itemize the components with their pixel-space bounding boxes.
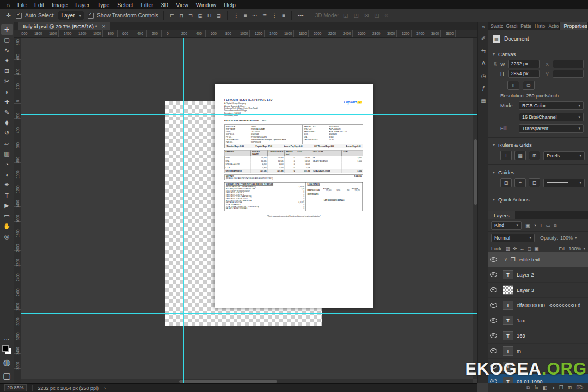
portrait-orientation-button[interactable]: ▯ [507,81,519,90]
move-tool[interactable]: ✛ [1,24,13,35]
tab-gradi[interactable]: Gradi [504,22,519,30]
canvas-height-field[interactable]: 2854 px [508,70,539,78]
layer-row[interactable]: Tcifa0000000...<<<<<<<<0 d [488,298,588,313]
layer-row[interactable]: Tm [488,344,588,359]
layer-row[interactable]: T169 [488,328,588,344]
distribute-icon-5[interactable]: ⋮ [271,13,278,19]
link-layers-icon[interactable]: ⧉ [526,385,530,391]
tab-actio[interactable]: Actio [546,22,560,30]
text-layer-thumbnail[interactable]: T [503,316,513,325]
ruler-option-icon-1[interactable]: ⊤ [500,151,512,160]
canvas-x-field[interactable] [553,60,584,68]
menu-window[interactable]: Window [192,1,220,9]
quick-mask-icon[interactable]: ◍ [3,357,11,367]
type-tool[interactable]: T [1,190,13,200]
guide-option-icon-3[interactable]: ⊟ [529,178,540,187]
history-panel-icon[interactable]: ◷ [481,73,486,79]
more-options-icon[interactable]: ••• [297,13,305,19]
layer-filter-icon-3[interactable]: T [539,223,543,229]
edit-toolbar-icon[interactable]: ⋯ [4,336,10,342]
horizontal-scrollbar[interactable] [21,379,473,383]
layer-visibility-toggle[interactable] [488,283,499,297]
fill-value[interactable]: 100% [568,246,581,252]
quick-actions-section-header[interactable]: ▾ Quick Actions [493,197,584,203]
canvas-viewport[interactable]: FLIPKART SEKV I.L.s PRIVATE LTD A Flipka… [21,37,477,383]
menu-edit[interactable]: Edit [30,1,48,9]
layer-visibility-toggle[interactable] [488,328,499,343]
lock-icon-1[interactable]: ▨ [505,246,511,252]
brush-tool[interactable]: ✎ [1,107,13,118]
dodge-tool[interactable]: ◖ [1,169,13,180]
tab-properties[interactable]: Properties [560,22,588,30]
guide-option-icon-1[interactable]: ⊞ [500,178,512,187]
distribute-icon-6[interactable]: ≡ [281,13,286,19]
layer-filter-icon-2[interactable]: ◑ [533,223,537,229]
layer-row[interactable]: T1ax [488,313,588,328]
canvas-fill-dropdown[interactable]: Transparent ▾ [519,124,584,133]
brushes-panel-icon[interactable]: ✐ [481,35,486,41]
layer-mask-icon[interactable]: ◧ [543,385,548,390]
effects-panel-icon[interactable]: ƒ [482,85,485,91]
payslip-document[interactable]: FLIPKART SEKV I.L.s PRIVATE LTD A Flipka… [215,84,373,308]
layer-visibility-toggle[interactable] [488,252,499,267]
layer-visibility-toggle[interactable] [488,267,499,282]
text-layer-thumbnail[interactable]: T [503,346,513,356]
align-icon-5[interactable]: ⊔ [206,13,213,19]
layer-filter-icon-4[interactable]: ▭ [545,223,551,229]
adjustment-layer-icon[interactable]: ◑ [552,385,554,390]
lock-icon-5[interactable]: ▣ [534,246,540,252]
align-icon-4[interactable]: ⊑ [197,13,203,19]
scrollbar-thumb[interactable] [179,380,277,383]
slice-tool[interactable]: ✂ [1,76,13,87]
auto-select-checkbox[interactable] [16,13,22,19]
auto-select-target-dropdown[interactable]: Layer ▾ [58,11,84,20]
align-icon-3[interactable]: ⊐ [187,13,194,19]
layer-thumbnail[interactable] [503,285,513,295]
chevron-down-icon[interactable]: ∨ [504,257,507,262]
align-icon-6[interactable]: ⊒ [216,13,222,19]
menu-file[interactable]: File [14,1,30,9]
align-icon-1[interactable]: ⊏ [169,13,175,19]
crop-tool[interactable]: ⊞ [1,66,13,76]
landscape-orientation-button[interactable]: ▭ [523,81,535,90]
layer-name[interactable]: edite text [519,256,540,262]
rulers-grids-section-header[interactable]: ▾ Rulers & Grids [493,142,584,148]
ruler-units-dropdown[interactable]: Pixels ▾ [543,151,585,160]
eraser-tool[interactable]: ▱ [1,138,13,149]
text-layer-thumbnail[interactable]: T [503,270,513,279]
layer-row[interactable]: Layer 3 [488,283,588,298]
link-dimensions-icon[interactable]: § [494,62,497,67]
layer-row[interactable]: ∨❐edite text [488,252,588,267]
distribute-icon-2[interactable]: ≡ [243,13,248,19]
expand-panels-chevron-icon[interactable]: « [482,24,485,29]
adjustments-panel-icon[interactable]: ▦ [481,98,486,104]
bit-depth-dropdown[interactable]: 16 Bits/Channel ▾ [519,113,584,121]
transfer-panel-icon[interactable]: ⇆ [481,48,486,54]
color-mode-dropdown[interactable]: RGB Color ▾ [519,101,584,110]
horizontal-guide[interactable] [21,114,477,115]
document-tab[interactable]: Italy id.psd @ 20.7% (RGB/16) * × [18,22,110,30]
menu-filter[interactable]: Filter [137,1,157,9]
canvas-section-header[interactable]: ▾ Canvas [493,51,584,57]
ruler-option-icon-3[interactable]: ⊞ [529,151,540,160]
horizontal-guide[interactable] [21,313,477,314]
foreground-color-swatch[interactable] [2,345,9,352]
gradient-tool[interactable]: ▥ [1,149,13,159]
menu-type[interactable]: Type [93,1,113,9]
horizontal-ruler[interactable]: 2000180016001400120010008006004002000200… [14,30,477,38]
tab-swatc[interactable]: Swatc [488,22,504,30]
vertical-guide[interactable] [310,37,310,383]
zoom-level-field[interactable]: 20.85% [4,384,27,391]
layer-name[interactable]: 169 [517,333,525,339]
hand-tool[interactable]: ✋ [1,221,13,231]
zoom-tool[interactable]: ◎ [1,231,13,242]
character-panel-icon[interactable]: A [482,60,486,66]
layer-name[interactable]: Layer 2 [517,272,534,278]
healing-brush-tool[interactable]: ✚ [1,97,13,107]
canvas-width-field[interactable]: 2232 px [508,60,539,68]
blend-mode-dropdown[interactable]: Normal ▾ [491,234,535,242]
distribute-icon-1[interactable]: ⋮ [232,13,240,19]
guide-style-dropdown[interactable]: ▾ [543,179,585,187]
screen-mode-icon[interactable]: ▢ [3,371,11,381]
clone-stamp-tool[interactable]: ⧫ [1,118,13,128]
